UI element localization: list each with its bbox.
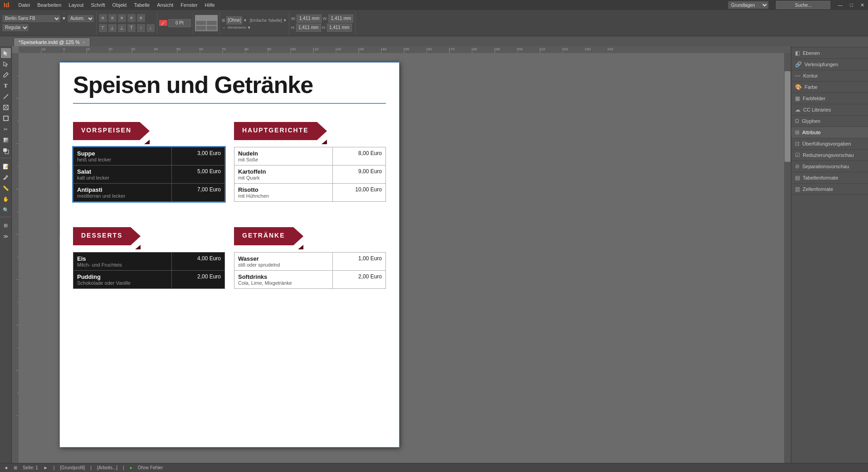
svg-rect-73 xyxy=(4,116,8,121)
menu-bearbeiten[interactable]: Bearbeiten xyxy=(37,2,61,8)
rect-tool[interactable] xyxy=(1,113,11,123)
note-tool[interactable]: 📝 xyxy=(1,161,11,171)
height2-input[interactable] xyxy=(327,24,352,32)
hauptgerichte-ribbon-arrow xyxy=(317,122,327,140)
blue-line xyxy=(73,103,386,104)
measure-tool[interactable]: 📏 xyxy=(1,183,11,193)
width-label: Mindestens xyxy=(228,25,246,29)
tag-tool[interactable]: ≫ xyxy=(1,231,11,241)
panel-item-separationsvorschau[interactable]: ⊘ Separationsvorschau xyxy=(791,161,868,172)
window-close[interactable]: ✕ xyxy=(860,2,864,8)
font-style-select[interactable]: Autom. xyxy=(67,15,94,23)
panel-item-ueberfuellungsvorgaben[interactable]: ⊡ Überfüllungsvorgaben xyxy=(791,138,868,150)
align-right-btn[interactable]: ≡ xyxy=(117,14,127,23)
text-orient-btn[interactable]: T xyxy=(127,24,136,33)
status-page-nav2[interactable]: ► xyxy=(44,465,48,470)
status-page-nav[interactable]: ◄ xyxy=(4,465,8,470)
align-left-btn[interactable]: ≡ xyxy=(98,14,107,23)
pen-tool[interactable] xyxy=(1,70,11,80)
line-tool[interactable] xyxy=(1,92,11,102)
width-input[interactable] xyxy=(297,15,322,23)
menu-datei[interactable]: Datei xyxy=(18,2,30,8)
pudding-desc: Schokolade oder Vanille xyxy=(77,280,168,286)
menu-tabelle[interactable]: Tabelle xyxy=(134,2,150,8)
font-arrow: ▼ xyxy=(62,16,66,21)
panel-item-reduzierungsvorschau[interactable]: ☑ Reduzierungsvorschau xyxy=(791,150,868,161)
hand-tool[interactable]: ✋ xyxy=(1,194,11,204)
panel-item-ebenen[interactable]: ◧ Ebenen xyxy=(791,48,868,59)
dimension-group: W: W: H: H: xyxy=(291,11,356,35)
table-style-input[interactable] xyxy=(226,16,242,24)
stroke-width-input[interactable] xyxy=(168,19,191,27)
text-down-btn[interactable]: ↓ xyxy=(146,24,155,33)
panel-item-tabellenformate[interactable]: ▤ Tabellenformate xyxy=(791,172,868,184)
canvas-area[interactable]: Speisen und Getränke VORSPEISEN xyxy=(19,53,791,463)
scrollbar-thumb[interactable] xyxy=(785,71,790,162)
svg-text:240: 240 xyxy=(607,47,614,51)
panel-item-cclibraries[interactable]: ☁ CC Libraries xyxy=(791,104,868,116)
height-input[interactable] xyxy=(296,24,321,32)
window-maximize[interactable]: □ xyxy=(850,2,853,8)
panel-item-farbe[interactable]: 🎨 Farbe xyxy=(791,82,868,93)
align-vmid-btn[interactable]: ⊥ xyxy=(108,24,117,33)
vorspeisen-ribbon-fold xyxy=(144,140,150,144)
font-family-select[interactable]: Berlin Sans FB xyxy=(2,15,61,23)
status-profile[interactable]: [Grundprofil] xyxy=(60,465,85,470)
rect-frame-tool[interactable] xyxy=(1,102,11,112)
tab-close-btn[interactable]: × xyxy=(83,40,85,45)
text-tool[interactable]: T xyxy=(1,81,11,91)
svg-text:70: 70 xyxy=(222,47,226,51)
zellenformate-label: Zellenformate xyxy=(803,186,833,192)
panel-item-zellenformate[interactable]: ▥ Zellenformate xyxy=(791,184,868,195)
gradient-tool[interactable] xyxy=(1,135,11,145)
menu-schrift[interactable]: Schrift xyxy=(91,2,105,8)
workspace-dropdown[interactable]: Grundlagen xyxy=(728,1,769,9)
panel-item-verknuepfungen[interactable]: 🔗 Verknüpfungen xyxy=(791,59,868,70)
farbe-label: Farbe xyxy=(805,84,818,90)
align-center-btn[interactable]: ≡ xyxy=(108,14,117,23)
menu-ansicht[interactable]: Ansicht xyxy=(157,2,173,8)
panel-item-glyphen[interactable]: Ω Glyphen xyxy=(791,116,868,127)
svg-text:60: 60 xyxy=(199,47,203,51)
panel-item-farbfelder[interactable]: ▦ Farbfelder xyxy=(791,93,868,104)
svg-text:200: 200 xyxy=(517,47,523,51)
tab-speisekarte[interactable]: *Speisekarte.indd @ 125 % × xyxy=(14,38,90,46)
svg-text:90: 90 xyxy=(267,47,271,51)
menu-hilfe[interactable]: Hilfe xyxy=(205,2,215,8)
scissors-tool[interactable]: ✂ xyxy=(1,124,11,134)
vertical-scrollbar[interactable] xyxy=(784,53,791,463)
eyedropper-tool[interactable] xyxy=(1,172,11,182)
menu-objekt[interactable]: Objekt xyxy=(112,2,127,8)
width2-input[interactable] xyxy=(328,15,353,23)
panel-item-attribute[interactable]: ⊞ Attribute xyxy=(791,127,868,138)
panel-item-kontur[interactable]: — Kontur xyxy=(791,70,868,82)
desserts-table[interactable]: Eis Milch- und Fruchteis 4,00 Euro Puddi… xyxy=(73,252,225,289)
menu-layout[interactable]: Layout xyxy=(68,2,83,8)
svg-text:50: 50 xyxy=(176,47,180,51)
svg-text:190: 190 xyxy=(494,47,500,51)
cclibraries-icon: ☁ xyxy=(795,107,800,113)
window-minimize[interactable]: — xyxy=(838,2,843,8)
select-tool[interactable] xyxy=(1,48,11,58)
zoom-tool[interactable]: 🔍 xyxy=(1,205,11,215)
align-force-btn[interactable]: ≡ xyxy=(137,14,146,23)
font-weight-select[interactable]: Regular xyxy=(2,24,29,32)
getraenke-table[interactable]: Wasser still oder sprudelnd 1,00 Euro So… xyxy=(234,252,386,289)
status-no-error: Ohne Fehler xyxy=(138,465,163,470)
salat-name: Salat xyxy=(77,168,168,175)
color-fill[interactable] xyxy=(1,146,11,156)
menu-fenster[interactable]: Fenster xyxy=(180,2,197,8)
direct-select-tool[interactable] xyxy=(1,59,11,69)
svg-text:10: 10 xyxy=(86,47,90,51)
vorspeisen-table[interactable]: Suppe heiß und lecker 3,00 Euro Salat ka… xyxy=(73,147,225,202)
align-bottom-btn[interactable]: ⊥ xyxy=(117,24,127,33)
col-label: [Einfache Tabelle] xyxy=(250,18,282,23)
align-justify-btn[interactable]: ≡ xyxy=(127,14,136,23)
search-input[interactable] xyxy=(776,1,830,9)
align-top-btn[interactable]: ⊤ xyxy=(98,24,107,33)
status-page-num: ⊞ xyxy=(14,465,17,470)
hauptgerichte-table[interactable]: Nudeln mit Soße 8,00 Euro Kartoffeln mit… xyxy=(234,147,386,202)
frame-grid-tool[interactable]: ⊞ xyxy=(1,220,11,230)
text-up-btn[interactable]: ↑ xyxy=(137,24,146,33)
horizontal-ruler: -10 0 10 20 30 40 50 60 70 80 90 100 110… xyxy=(19,46,791,53)
